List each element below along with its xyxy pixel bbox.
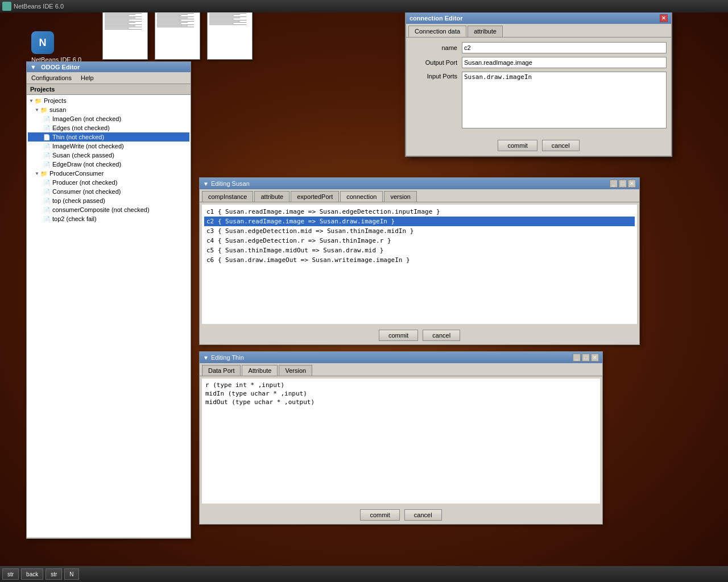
name-row: name — [411, 42, 667, 53]
folder-icon-pc: 📁 — [40, 169, 48, 177]
tree-edgedraw[interactable]: 📄 EdgeDraw (not checked) — [28, 160, 189, 169]
tree-imagegen[interactable]: 📄 ImageGen (not checked) — [28, 114, 189, 123]
thin-restore-icon: □ — [584, 355, 587, 360]
tree-susan-item-label: Susan (check passed) — [52, 152, 114, 159]
thin-close-button[interactable]: ✕ — [591, 354, 599, 361]
odog-collapse-icon[interactable]: ▼ — [30, 64, 36, 70]
folder-icon-root: 📁 — [34, 97, 42, 105]
tree-producer[interactable]: 📄 Producer (not checked) — [28, 178, 189, 187]
tab-connection-data[interactable]: Connection data — [408, 26, 466, 37]
conn-editor-titlebar: connection Editor ✕ — [406, 13, 671, 24]
conn-editor-cancel-button[interactable]: cancel — [542, 140, 580, 151]
odog-menu-configurations[interactable]: Configurations — [27, 73, 76, 82]
tab-compinstance[interactable]: compInstance — [202, 191, 253, 202]
conn-editor-dialog: connection Editor ✕ Connection data attr… — [405, 11, 672, 157]
editing-susan-panel: ▼ Editing Susan _ □ ✕ compInstance attri… — [199, 177, 640, 345]
tree-susan-label: susan — [49, 106, 66, 113]
name-input[interactable] — [462, 42, 667, 53]
tab-connection[interactable]: connection — [340, 191, 383, 202]
tree-imagewrite-label: ImageWrite (not checked) — [52, 143, 124, 149]
tree-edges[interactable]: 📄 Edges (not checked) — [28, 123, 189, 132]
conn-editor-commit-button[interactable]: commit — [498, 140, 537, 151]
taskbar-btn-1[interactable]: str — [2, 568, 19, 580]
tree-consumer-label: Consumer (not checked) — [52, 188, 121, 195]
odog-menu: Configurations Help — [27, 72, 191, 84]
input-ports-label: Input Ports — [411, 72, 462, 80]
output-port-row: Output Port — [411, 57, 667, 68]
expand-icon-pc: ▼ — [35, 171, 39, 176]
tab-dataport[interactable]: Data Port — [202, 365, 241, 376]
tree-consumer[interactable]: 📄 Consumer (not checked) — [28, 187, 189, 196]
thin-minimize-button[interactable]: _ — [573, 354, 581, 361]
tab-thin-attribute[interactable]: Attribute — [242, 365, 278, 376]
file-icon-top: 📄 — [43, 197, 51, 205]
tree-susan[interactable]: ▼ 📁 susan — [28, 105, 189, 114]
file-icon-consumer: 📄 — [43, 188, 51, 196]
tab-version[interactable]: version — [384, 191, 416, 202]
conn-row-c5[interactable]: c5 { Susan.thinImage.midOut => Susan.dra… — [204, 246, 635, 255]
susan-titlebar: ▼ Editing Susan _ □ ✕ — [200, 178, 639, 189]
thin-cancel-button[interactable]: cancel — [404, 509, 442, 521]
tree-composite-label: consumerComposite (not checked) — [52, 206, 150, 213]
tree-top2[interactable]: 📄 top2 (check fail) — [28, 214, 189, 223]
conn-c4-text: { Susan.edgeDetection.r => Susan.thinIma… — [218, 237, 391, 244]
conn-row-c1[interactable]: c1 { Susan.readImage.image => Susan.edge… — [204, 207, 635, 217]
thin-titlebar: ▼ Editing Thin _ □ ✕ — [200, 352, 602, 363]
file-icon-producer: 📄 — [43, 178, 51, 186]
susan-restore-button[interactable]: □ — [619, 180, 627, 188]
tree-container[interactable]: ▼ 📁 Projects ▼ 📁 susan 📄 ImageGen (not c… — [27, 95, 191, 537]
tab-attribute[interactable]: attribute — [468, 26, 503, 37]
minimize-icon: _ — [612, 181, 615, 186]
conn-row-c3[interactable]: c3 { Susan.edgeDetection.mid => Susan.th… — [204, 226, 635, 236]
thin-port-midout: midOut (type uchar * ,output) — [204, 398, 598, 406]
susan-close-button[interactable]: ✕ — [628, 180, 636, 188]
conn-c3-id: c3 — [206, 227, 218, 235]
odog-menu-help[interactable]: Help — [76, 73, 98, 82]
expand-icon-susan: ▼ — [35, 107, 39, 113]
taskbar-btn-2[interactable]: back — [21, 568, 43, 580]
tree-top[interactable]: 📄 top (check passed) — [28, 196, 189, 205]
nb-icon: N — [31, 31, 54, 54]
folder-icon-susan: 📁 — [40, 106, 48, 114]
desktop: NetBeans IDE 6.0 N NetBeans IDE 6.0 — [0, 0, 728, 582]
name-label: name — [411, 44, 462, 51]
tree-projects-root[interactable]: ▼ 📁 Projects — [28, 96, 189, 105]
susan-cancel-button[interactable]: cancel — [423, 330, 460, 341]
susan-panel-controls: _ □ ✕ — [610, 180, 636, 188]
conn-row-c2[interactable]: c2 { Susan.readImage.image => Susan.draw… — [204, 217, 635, 226]
tree-composite[interactable]: 📄 consumerComposite (not checked) — [28, 205, 189, 214]
taskbar-btn-nb[interactable]: N — [64, 568, 78, 580]
conn-c2-text: { Susan.readImage.image => Susan.draw.im… — [218, 218, 395, 225]
tree-thin[interactable]: 📄 Thin (not checked) — [28, 132, 189, 142]
susan-close-icon: ✕ — [630, 181, 634, 186]
odog-titlebar: ▼ ODOG Editor — [27, 62, 191, 72]
thin-title-left: ▼ Editing Thin — [203, 354, 244, 361]
conn-row-c4[interactable]: c4 { Susan.edgeDetection.r => Susan.thin… — [204, 236, 635, 246]
thin-restore-button[interactable]: □ — [582, 354, 590, 361]
tab-thin-version[interactable]: Version — [279, 365, 312, 376]
thin-panel-controls: _ □ ✕ — [573, 354, 599, 361]
expand-icon-root: ▼ — [29, 98, 34, 103]
tree-thin-label: Thin (not checked) — [52, 134, 104, 140]
thin-commit-button[interactable]: commit — [360, 509, 399, 521]
susan-collapse-icon[interactable]: ▼ — [203, 181, 209, 187]
tree-producerconsumer[interactable]: ▼ 📁 ProducerConsumer — [28, 169, 189, 178]
tree-top2-label: top2 (check fail) — [52, 215, 97, 222]
tab-susan-attribute[interactable]: attribute — [254, 191, 289, 202]
taskbar-btn-3[interactable]: str — [46, 568, 62, 580]
input-ports-row: Input Ports Susan.draw.imageIn — [411, 72, 667, 128]
tree-imagewrite[interactable]: 📄 ImageWrite (not checked) — [28, 142, 189, 151]
output-port-input[interactable] — [462, 57, 667, 68]
susan-commit-button[interactable]: commit — [379, 330, 418, 341]
odog-title: ODOG Editor — [41, 64, 80, 70]
conn-row-c6[interactable]: c6 { Susan.draw.imageOut => Susan.writei… — [204, 255, 635, 265]
thin-collapse-icon[interactable]: ▼ — [203, 355, 209, 361]
input-ports-textarea[interactable]: Susan.draw.imageIn — [462, 72, 667, 128]
tree-producer-label: Producer (not checked) — [52, 179, 117, 186]
tab-exportedport[interactable]: exportedPort — [291, 191, 339, 202]
thin-tabs: Data Port Attribute Version — [200, 363, 602, 376]
taskbar-title: NetBeans IDE 6.0 — [14, 3, 64, 10]
conn-editor-close-button[interactable]: ✕ — [660, 14, 668, 22]
susan-minimize-button[interactable]: _ — [610, 180, 618, 188]
tree-susan-item[interactable]: 📄 Susan (check passed) — [28, 151, 189, 160]
